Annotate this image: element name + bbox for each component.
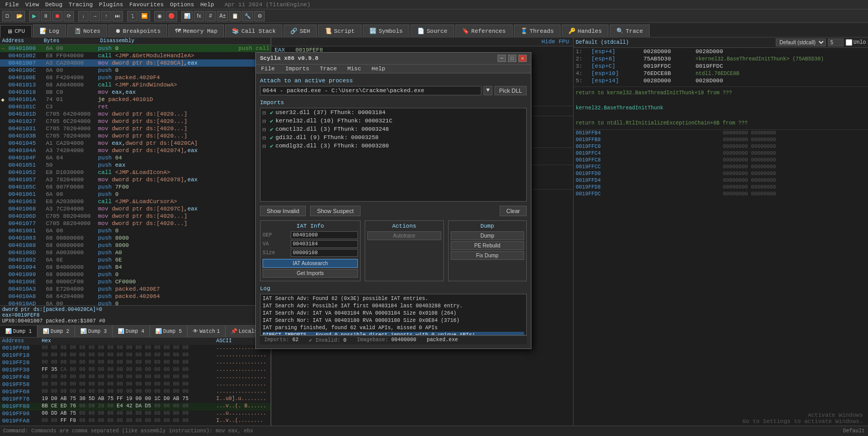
get-imports-button[interactable]: Get Imports: [263, 269, 358, 278]
tb-hw-bp[interactable]: 🔴: [166, 11, 177, 21]
dump-row-8[interactable]: 0019FF88 BB CE ED 76 00 D0 28 00 E4 42 D…: [0, 403, 270, 410]
tb-fx[interactable]: fx: [194, 11, 204, 21]
tb-bp[interactable]: ◉: [154, 11, 165, 21]
disasm-row-19[interactable]: 0040105C 68 007F0000 push 7F00: [0, 183, 270, 191]
dump-row-6[interactable]: 0019FF68 00 00 00 00 00 00 00 00 00 00 0…: [0, 389, 270, 396]
dump-row-1[interactable]: 0019FF18 00 00 00 00 00 00 00 00 00 00 0…: [0, 352, 270, 359]
menu-file[interactable]: File: [2, 0, 22, 9]
import-row-kernel32[interactable]: ⊟ ✔ kernel32.dll (10) FThunk: 0000321C: [261, 117, 526, 125]
disasm-row-28[interactable]: 0040108D 68 A0030000 push A0: [0, 249, 270, 256]
fix-dump-button[interactable]: Fix Dump: [451, 251, 525, 260]
attach-input[interactable]: [260, 86, 481, 95]
import-row-comctl32[interactable]: ⊟ ✔ comctl32.dll (3) FThunk: 00003248: [261, 125, 526, 133]
dlg-menu-misc[interactable]: Misc: [344, 66, 364, 72]
dump-row-3[interactable]: 0019FF38 FF 35 CA 80 00 00 00 00 00 00 0…: [0, 367, 270, 374]
disasm-row-18[interactable]: 00401057 A3 78204000 mov dword ptr ds:[4…: [0, 176, 270, 183]
cmd-input[interactable]: [31, 428, 843, 434]
tb-step-over[interactable]: →: [90, 11, 100, 21]
autotrace-button[interactable]: Autotrace: [367, 231, 441, 240]
watch-tab-1[interactable]: 👁 Watch 1: [188, 326, 226, 337]
dump-row-9[interactable]: 0019FF98 00 DD AB 75 00 00 00 00 00 00 0…: [0, 410, 270, 418]
disasm-row-8[interactable]: 0040101C C3 ret: [0, 103, 270, 110]
dlg-menu-file[interactable]: File: [258, 66, 278, 72]
iat-autosearch-button[interactable]: IAT Autosearch: [263, 259, 358, 268]
pe-rebuild-button[interactable]: PE Rebuild: [451, 241, 525, 250]
tab-references[interactable]: 🔖 References: [455, 24, 513, 37]
tb-log[interactable]: 📋: [229, 11, 241, 21]
disasm-row-24[interactable]: 00401077 C705 88204000 mov dword ptr ds:…: [0, 220, 270, 227]
disasm-row-14[interactable]: 0040104A A3 74204000 mov dword ptr ds:[4…: [0, 147, 270, 154]
disasm-row-26[interactable]: 00401083 68 00800000 push 8000: [0, 234, 270, 242]
tab-call-stack[interactable]: 📚 Call Stack: [225, 24, 282, 37]
dump-row-4[interactable]: 0019FF48 00 00 00 00 00 00 00 00 00 00 0…: [0, 374, 270, 381]
menu-debug[interactable]: Debug: [42, 0, 66, 9]
dump-tab-5[interactable]: 📊 Dump 5: [150, 326, 188, 337]
imports-panel[interactable]: ⊟ ✔ user32.dll (37) FThunk: 00003184 ⊟ ✔…: [260, 108, 527, 202]
tab-symbols[interactable]: 🔣 Symbols: [363, 24, 410, 37]
disasm-row-34[interactable]: 004010A8 68 64204000 push packed.402064: [0, 293, 270, 300]
tab-source[interactable]: 📄 Source: [411, 24, 454, 37]
disasm-row-32[interactable]: 0040109E 68 0000CF00 push CF0000: [0, 278, 270, 285]
tb-more[interactable]: ⚙: [254, 11, 265, 21]
tb-stop[interactable]: ⏹: [52, 11, 63, 21]
show-suspect-button[interactable]: Show Suspect: [310, 206, 360, 216]
tab-memory-map[interactable]: 🗺 Memory Map: [168, 24, 224, 37]
tb-runto[interactable]: ⏭: [113, 11, 123, 21]
tab-cpu[interactable]: 🖥 CPU: [0, 25, 32, 38]
disasm-row-33[interactable]: 004010A3 68 E7204000 push packed.4020E7: [0, 285, 270, 293]
tb-step-out[interactable]: ↑: [101, 11, 111, 21]
disasm-row-21[interactable]: 00401063 E8 A2030000 call <JMP.&LoadCurs…: [0, 198, 270, 205]
disasm-row-20[interactable]: 00401061 6A 00 push 0: [0, 191, 270, 198]
tb-restart[interactable]: ⟳: [64, 11, 74, 21]
disasm-row-23[interactable]: 0040106D C705 80204000 mov dword ptr ds:…: [0, 213, 270, 220]
tb-animate[interactable]: ⤵: [127, 11, 138, 21]
tab-log[interactable]: 📝 Log: [33, 24, 66, 37]
disasm-row-30[interactable]: 00401094 68 B4000000 push B4: [0, 264, 270, 271]
disasm-row-16[interactable]: 00401051 50 push eax: [0, 161, 270, 169]
disasm-row-11[interactable]: 00401031 C705 70204000 mov dword ptr ds:…: [0, 125, 270, 132]
tb-mem-map[interactable]: 📊: [181, 11, 193, 21]
dump-tab-2[interactable]: 📊 Dump 2: [38, 326, 75, 337]
disasm-row-2[interactable]: 00401007 A3 CA204000 mov dword ptr ds:[4…: [0, 59, 270, 67]
menu-options[interactable]: Options: [167, 0, 197, 9]
dump-button[interactable]: Dump: [451, 231, 525, 240]
tab-handles[interactable]: 🔑 Handles: [562, 24, 609, 37]
tb-settings[interactable]: 🔧: [242, 11, 253, 21]
tb-ascii[interactable]: A±: [217, 11, 228, 21]
dialog-close[interactable]: ✕: [518, 55, 527, 62]
tab-breakpoints[interactable]: ⏺ Breakpoints: [108, 24, 168, 37]
va-input[interactable]: [291, 240, 358, 248]
dlg-menu-imports[interactable]: Imports: [282, 66, 312, 72]
tab-notes[interactable]: 📓 Notes: [67, 24, 107, 37]
tb-run[interactable]: ▶: [29, 11, 40, 21]
oep-input[interactable]: [291, 231, 358, 239]
disasm-row-5[interactable]: 00401013 68 A6040000 call <JMP.&FindWind…: [0, 81, 270, 89]
dlg-menu-trace[interactable]: Trace: [317, 66, 340, 72]
size-input[interactable]: [291, 249, 358, 257]
disasm-row-29[interactable]: 00401092 6A 6E push 6E: [0, 256, 270, 264]
disasm-row-13[interactable]: 00401045 A1 CA204000 mov eax,dword ptr d…: [0, 140, 270, 147]
dump-row-10[interactable]: 0019FFA8 00 00 FF F8 00 00 00 00 00 00 0…: [0, 418, 270, 425]
tb-pause[interactable]: ⏸: [41, 11, 51, 21]
dump-row-5[interactable]: 0019FF58 00 00 00 00 00 00 00 00 00 00 0…: [0, 381, 270, 389]
disasm-row-9[interactable]: 0040101D C705 64204000 mov dword ptr ds:…: [0, 110, 270, 118]
menu-tracing[interactable]: Tracing: [66, 0, 96, 9]
disasm-row-6[interactable]: 00401018 8B C0 mov eax,eax: [0, 89, 270, 96]
unlock-checkbox[interactable]: [846, 39, 852, 46]
dialog-minimize[interactable]: ─: [498, 55, 506, 62]
disasm-row-1[interactable]: 00401002 E8 FF040000 call <JMP.&GetModul…: [0, 52, 270, 59]
dump-row-7[interactable]: 0019FF78 19 D0 AB 75 30 5D AB 75 FF 19 0…: [0, 396, 270, 403]
tab-threads[interactable]: 🧵 Threads: [514, 24, 561, 37]
reg-header[interactable]: Hide FPU: [271, 38, 573, 46]
disasm-row-25[interactable]: 00401081 6A 00 push 0: [0, 227, 270, 234]
disasm-row-4[interactable]: 0040100E 68 F4204000 push packed.4020F4: [0, 74, 270, 81]
disasm-row-27[interactable]: 00401088 68 00800000 push 8000: [0, 242, 270, 249]
tb-step-in[interactable]: ↓: [78, 11, 89, 21]
tb-new[interactable]: 🗋: [2, 11, 13, 21]
import-row-gdi32[interactable]: ⊟ ✔ gdi32.dll (9) FThunk: 00003258: [261, 133, 526, 142]
tb-hash[interactable]: #: [205, 11, 216, 21]
disasm-row-35[interactable]: 004010AD 6A 00 push 0: [0, 300, 270, 305]
disasm-row-22[interactable]: 00401068 A3 7C204000 mov dword ptr ds:[4…: [0, 205, 270, 213]
disasm-row-15[interactable]: 0040104F 6A 64 push 64: [0, 154, 270, 161]
menu-help[interactable]: Help: [197, 0, 217, 9]
